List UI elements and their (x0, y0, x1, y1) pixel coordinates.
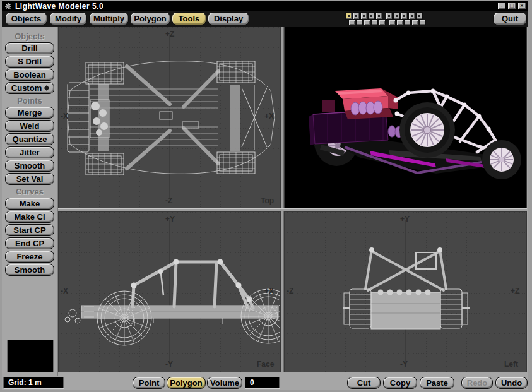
face-viewport-canvas[interactable] (59, 212, 280, 372)
sidebar-button-boolean[interactable]: Boolean (5, 69, 54, 81)
close-button[interactable]: × (517, 2, 526, 9)
viewport-perspective[interactable] (284, 27, 527, 208)
main-area: Objects Drill S Drill Boolean Custom Poi… (2, 27, 528, 376)
layer-button-6-fg[interactable] (386, 12, 393, 20)
top-viewport-canvas[interactable] (59, 27, 280, 208)
sidebar-button-setval[interactable]: Set Val (5, 173, 54, 185)
layer-button-10-fg[interactable] (416, 12, 423, 20)
sidebar-button-jitter[interactable]: Jitter (5, 146, 54, 158)
layer-button-7-fg[interactable] (393, 12, 400, 20)
sidebar-button-weld[interactable]: Weld (5, 120, 54, 132)
section-label-objects: Objects (2, 32, 57, 41)
sidebar-button-endcp[interactable]: End CP (5, 237, 54, 249)
sidebar-button-startcp[interactable]: Start CP (5, 224, 54, 236)
menu-objects[interactable]: Objects (5, 12, 47, 25)
preview-swatch (7, 340, 54, 372)
mode-point-button[interactable]: Point (133, 377, 165, 389)
left-viewport-canvas[interactable] (285, 212, 526, 372)
lightwave-modeler-window: LightWave Modeler 5.0 - □ × Objects Modi… (0, 0, 532, 392)
layer-button-1-fg[interactable] (345, 12, 352, 20)
maximize-button[interactable]: □ (507, 2, 516, 9)
titlebar: LightWave Modeler 5.0 - □ × (2, 1, 528, 11)
tool-sidebar: Objects Drill S Drill Boolean Custom Poi… (2, 27, 58, 376)
mode-polygon-button[interactable]: Polygon (167, 377, 206, 389)
sidebar-button-quantize[interactable]: Quantize (5, 133, 54, 145)
layer-button-2-fg[interactable] (353, 12, 360, 20)
window-controls: - □ × (497, 2, 526, 9)
sidebar-button-custom-label: Custom (11, 83, 42, 93)
viewport-top[interactable]: +Z -Z -X +X Top (58, 27, 281, 208)
layer-button-5-bg[interactable] (379, 20, 386, 25)
paste-button[interactable]: Paste (420, 377, 454, 389)
layer-button-9-fg[interactable] (408, 12, 415, 20)
selection-count-field: 0 (245, 377, 280, 388)
copy-button[interactable]: Copy (383, 377, 417, 389)
layer-button-4-fg[interactable] (368, 12, 375, 20)
quit-button[interactable]: Quit (493, 12, 527, 25)
grid-size-readout: Grid: 1 m (3, 377, 64, 388)
section-label-curves: Curves (2, 187, 57, 196)
sidebar-button-sdrill[interactable]: S Drill (5, 56, 54, 68)
sidebar-button-drill[interactable]: Drill (5, 42, 54, 54)
layer-button-5-fg[interactable] (375, 12, 382, 20)
layer-button-3-fg[interactable] (360, 12, 367, 20)
sidebar-button-freeze[interactable]: Freeze (5, 251, 54, 263)
perspective-render-canvas[interactable] (285, 27, 526, 208)
sidebar-button-merge[interactable]: Merge (5, 107, 54, 119)
layer-button-8-fg[interactable] (401, 12, 408, 20)
mode-volume-button[interactable]: Volume (207, 377, 242, 389)
menu-polygon[interactable]: Polygon (130, 12, 170, 25)
sidebar-button-smooth2[interactable]: Smooth (5, 264, 54, 276)
menu-display[interactable]: Display (208, 12, 249, 25)
viewport-face[interactable]: +Y -Y -X +X Face (58, 211, 281, 372)
minimize-button[interactable]: - (497, 2, 506, 9)
menu-tools[interactable]: Tools (172, 12, 206, 25)
updown-arrows-icon (44, 85, 49, 91)
statusbar: Grid: 1 m Point Polygon Volume 0 Cut Cop… (2, 376, 528, 390)
sidebar-button-smooth[interactable]: Smooth (5, 160, 54, 172)
cut-button[interactable]: Cut (347, 377, 381, 389)
sidebar-button-make[interactable]: Make (5, 198, 54, 210)
sidebar-button-custom[interactable]: Custom (5, 82, 54, 94)
menu-modify[interactable]: Modify (49, 12, 87, 25)
undo-button[interactable]: Undo (495, 377, 528, 389)
menubar: Objects Modify Multiply Polygon Tools Di… (2, 11, 528, 27)
redo-button[interactable]: Redo (461, 377, 493, 389)
viewport-left[interactable]: +Y -Y -Z +Z Left (284, 211, 527, 372)
layer-bank (345, 12, 429, 25)
menu-multiply[interactable]: Multiply (89, 12, 129, 25)
section-label-points: Points (2, 96, 57, 105)
window-title: LightWave Modeler 5.0 (15, 2, 103, 11)
layer-button-10-bg[interactable] (419, 20, 426, 25)
app-logo-icon (4, 3, 13, 10)
sidebar-button-makecl[interactable]: Make Cl (5, 211, 54, 223)
